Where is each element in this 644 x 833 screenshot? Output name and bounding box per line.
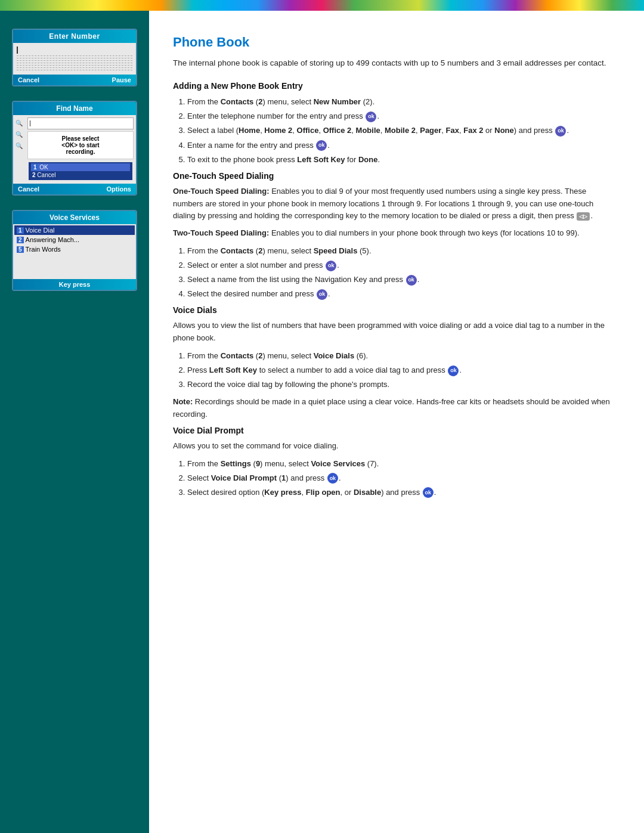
voice-dials-steps: From the Contacts (2) menu, select Voice…: [187, 349, 614, 391]
speed-dialing-body1: One-Touch Speed Dialing: Enables you to …: [173, 185, 614, 222]
voice-services-title: Voice Services: [13, 211, 136, 224]
find-name-options-btn: Options: [106, 185, 131, 193]
enter-number-cancel: Cancel: [18, 76, 39, 83]
speed-dialing-body2: Two-Touch Speed Dialing: Enables you to …: [173, 227, 614, 240]
enter-number-title: Enter Number: [13, 30, 136, 43]
adding-heading: Adding a New Phone Book Entry: [173, 81, 614, 91]
cancel-option: 2 Cancel: [31, 171, 130, 179]
find-name-left-icons: 🔍 🔍 🔍: [16, 117, 25, 181]
voice-services-body: 1 Voice Dial 2 Answering Mach... 5 Train…: [13, 224, 136, 279]
main-content: Phone Book The internal phone book is ca…: [149, 11, 644, 833]
list-item: Select Voice Dial Prompt (1) and press o…: [187, 472, 614, 485]
list-item: From the Settings (9) menu, select Voice…: [187, 457, 614, 470]
find-name-cancel: Cancel: [18, 185, 39, 193]
adding-steps: From the Contacts (2) menu, select New N…: [187, 95, 614, 166]
find-name-options: 1 OK 2 Cancel: [29, 162, 132, 180]
find-name-body: 🔍 🔍 🔍 Please select <OK> to start record…: [13, 115, 136, 184]
section-speed-dialing: One-Touch Speed Dialing One-Touch Speed …: [173, 171, 614, 301]
voice-dials-note: Note: Recordings should be made in a qui…: [173, 396, 614, 421]
list-item: Select desired option (Key press, Flip o…: [187, 486, 614, 499]
voice-dial-prompt-body: Allows you to set the command for voice …: [173, 440, 614, 453]
voice-dial-item: 1 Voice Dial: [14, 225, 135, 235]
sidebar: Enter Number Cancel Pause Find Name: [0, 11, 149, 833]
enter-number-footer: Cancel Pause: [13, 75, 136, 85]
list-item: Press Left Soft Key to select a number t…: [187, 364, 614, 377]
enter-number-pause: Pause: [112, 76, 131, 83]
section-voice-dial-prompt: Voice Dial Prompt Allows you to set the …: [173, 426, 614, 499]
find-name-screen: Find Name 🔍 🔍 🔍 Please select <OK> to st…: [12, 101, 137, 196]
ok-option: 1 OK: [31, 163, 130, 171]
list-item: From the Contacts (2) menu, select Voice…: [187, 349, 614, 363]
list-item: Enter a name for the entry and press ok.: [187, 139, 614, 152]
intro-paragraph: The internal phone book is capable of st…: [173, 57, 614, 69]
key-press-label: Key press: [59, 281, 91, 288]
list-item: Select or enter a slot number and press …: [187, 259, 614, 272]
speed-dialing-steps: From the Contacts (2) menu, select Speed…: [187, 244, 614, 301]
find-name-dialog: Please select <OK> to start recording.: [27, 131, 134, 159]
list-item: Select a label (Home, Home 2, Office, Of…: [187, 124, 614, 137]
find-name-footer: Cancel Options: [13, 184, 136, 194]
list-item: Record the voice dial tag by following t…: [187, 378, 614, 391]
section-voice-dials: Voice Dials Allows you to view the list …: [173, 305, 614, 420]
train-words-item: 5 Train Words: [14, 244, 135, 254]
find-name-title: Find Name: [13, 102, 136, 115]
speed-dialing-heading: One-Touch Speed Dialing: [173, 171, 614, 181]
section-adding: Adding a New Phone Book Entry From the C…: [173, 81, 614, 166]
list-item: Select a name from the list using the Na…: [187, 273, 614, 286]
list-item: From the Contacts (2) menu, select Speed…: [187, 244, 614, 258]
voice-dial-prompt-heading: Voice Dial Prompt: [173, 426, 614, 435]
top-rainbow-bar: [0, 0, 644, 11]
list-item: To exit to the phone book press Left Sof…: [187, 153, 614, 166]
voice-dial-prompt-steps: From the Settings (9) menu, select Voice…: [187, 457, 614, 499]
list-item: Select the desired number and press ok.: [187, 287, 614, 301]
voice-dials-heading: Voice Dials: [173, 305, 614, 315]
list-item: Enter the telephone number for the entry…: [187, 110, 614, 123]
enter-number-screen: Enter Number Cancel Pause: [12, 29, 137, 86]
voice-dials-body: Allows you to view the list of numbers t…: [173, 320, 614, 345]
voice-services-footer: Key press: [13, 279, 136, 290]
enter-number-body: [13, 43, 136, 75]
page-title: Phone Book: [173, 35, 614, 50]
voice-services-screen: Voice Services 1 Voice Dial 2 Answering …: [12, 210, 137, 291]
answering-mach-item: 2 Answering Mach...: [14, 235, 135, 244]
list-item: From the Contacts (2) menu, select New N…: [187, 95, 614, 109]
